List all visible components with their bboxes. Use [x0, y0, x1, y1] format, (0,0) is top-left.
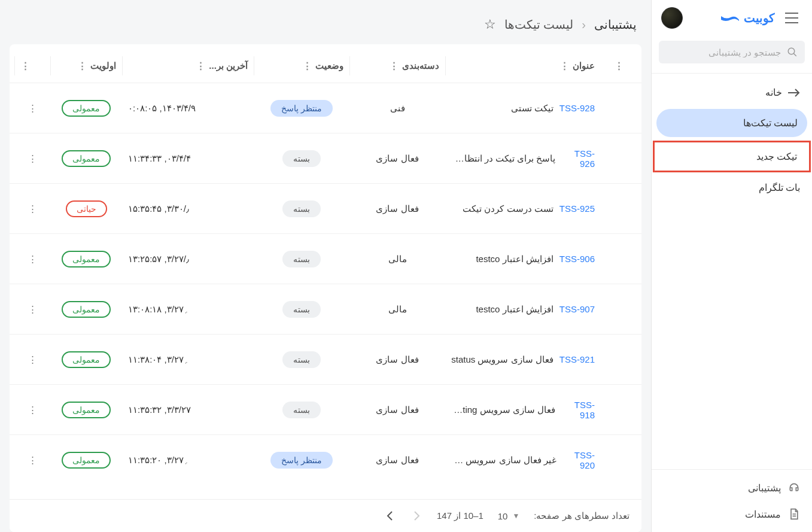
table-row[interactable]: TSS-907افزایش اعتبار testcoمالیبسته؍۳/۲۷…	[10, 284, 641, 334]
menu-button[interactable]	[781, 7, 802, 29]
ticket-category: فعال سازی	[376, 203, 418, 214]
ticket-category: فعال سازی	[376, 455, 418, 466]
pager-range: 1–10 از 147	[437, 510, 483, 521]
ticket-id[interactable]: TSS-906	[559, 254, 595, 264]
search-input[interactable]	[666, 47, 781, 57]
ticket-id[interactable]: TSS-925	[559, 203, 595, 214]
ticket-title: تیکت تستی	[511, 103, 554, 114]
avatar[interactable]	[661, 7, 683, 29]
status-badge: بسته	[282, 200, 321, 217]
status-badge: بسته	[282, 150, 321, 167]
breadcrumb: پشتیبانی ‹ لیست تیکت‌ها ☆	[10, 0, 641, 44]
ticket-title: غیر فعال سازی سرویس ting...	[451, 455, 556, 466]
row-menu-icon[interactable]: ⋮	[28, 103, 37, 114]
search-box[interactable]	[659, 41, 805, 63]
ticket-id[interactable]: TSS-907	[559, 304, 595, 314]
table-row[interactable]: TSS-906افزایش اعتبار testcoمالیبسته٫/۳/۲…	[10, 233, 641, 284]
ticket-updated: ۳/۳/۲۷, ۱۱:۳۵:۳۲	[128, 405, 191, 415]
page-size-selector[interactable]: ▼ 10	[498, 511, 520, 521]
nav-telegram-bot[interactable]: بات تلگرام	[652, 174, 812, 202]
ticket-updated: ؍۳/۲۷, ۱۱:۳۸:۰۴	[128, 354, 189, 365]
ticket-id[interactable]: TSS-926	[561, 148, 595, 169]
pager-next[interactable]	[384, 508, 396, 524]
nav-home-label: خانه	[765, 87, 782, 98]
dropdown-arrow-icon: ▼	[512, 512, 519, 520]
col-priority: اولویت	[90, 60, 116, 71]
nav-new-ticket[interactable]: تیکت جدید	[653, 141, 811, 172]
priority-badge: معمولی	[62, 150, 111, 167]
brand[interactable]: کوبیت	[689, 11, 775, 25]
ticket-id[interactable]: TSS-920	[562, 450, 595, 470]
priority-badge: حیاتی	[66, 200, 107, 217]
table-row[interactable]: TSS-920غیر فعال سازی سرویس ting...فعال س…	[10, 434, 641, 485]
nav-tickets-label: لیست تیکت‌ها	[743, 117, 798, 129]
footer-docs-label: مستندات	[745, 509, 781, 520]
search-icon	[787, 47, 798, 57]
chevron-left-icon: ‹	[582, 18, 586, 32]
table-row[interactable]: TSS-918فعال سازی سرویس unting...فعال ساز…	[10, 384, 641, 434]
column-menu-icon[interactable]: ⋮	[196, 60, 205, 71]
priority-badge: معمولی	[62, 301, 111, 318]
pager: 1–10 از 147 ▼ 10 تعداد سطرهای هر صفحه:	[10, 499, 641, 532]
table-body: TSS-928تیکت تستیفنیمنتظر پاسخ۱۴۰۳/۴/۹, ۰…	[10, 83, 641, 499]
status-badge: بسته	[282, 402, 321, 418]
column-menu-icon[interactable]: ⋮	[78, 60, 87, 71]
column-menu-icon[interactable]: ⋮	[615, 60, 624, 71]
row-menu-icon[interactable]: ⋮	[28, 455, 37, 466]
footer-docs[interactable]: مستندات	[652, 501, 812, 527]
column-menu-icon[interactable]: ⋮	[21, 60, 30, 71]
main: پشتیبانی ‹ لیست تیکت‌ها ☆ ⋮ عنوان⋮ دسته‌…	[0, 0, 651, 532]
ticket-category: فنی	[390, 103, 405, 114]
ticket-title: افزایش اعتبار testco	[476, 304, 553, 315]
ticket-category: فعال سازی	[376, 354, 418, 365]
row-menu-icon[interactable]: ⋮	[28, 254, 37, 265]
breadcrumb-root[interactable]: پشتیبانی	[594, 17, 637, 32]
row-menu-icon[interactable]: ⋮	[28, 153, 37, 164]
chevron-left-icon	[387, 510, 394, 521]
priority-badge: معمولی	[62, 251, 111, 267]
ticket-id[interactable]: TSS-928	[559, 103, 595, 113]
table-row[interactable]: TSS-925تست درست کردن تیکتفعال سازیبسته٫/…	[10, 183, 641, 233]
svg-point-0	[788, 48, 795, 54]
ticket-title: افزایش اعتبار testco	[476, 254, 553, 265]
column-menu-icon[interactable]: ⋮	[560, 60, 569, 71]
brand-name: کوبیت	[744, 11, 775, 25]
col-status: وضعیت	[315, 60, 343, 71]
ticket-updated: ؍۳/۲۷, ۱۳:۰۸:۱۸	[128, 304, 189, 315]
star-icon[interactable]: ☆	[484, 17, 496, 32]
nav-new-ticket-label: تیکت جدید	[756, 151, 797, 162]
row-menu-icon[interactable]: ⋮	[28, 304, 37, 315]
ticket-updated: ٫/۳/۲۷, ۱۳:۲۵:۵۷	[128, 254, 189, 265]
row-menu-icon[interactable]: ⋮	[28, 405, 37, 415]
ticket-title: فعال سازی سرویس unting...	[451, 405, 555, 415]
status-badge: منتظر پاسخ	[270, 452, 333, 469]
ticket-id[interactable]: TSS-918	[561, 400, 595, 420]
sidebar-footer: پشتیبانی مستندات	[652, 469, 812, 532]
ticket-category: مالی	[388, 304, 407, 315]
col-category: دسته‌بندی	[402, 60, 439, 71]
ticket-category: فعال سازی	[376, 405, 418, 415]
nav-home[interactable]: خانه	[652, 78, 812, 107]
row-menu-icon[interactable]: ⋮	[28, 354, 37, 365]
ticket-id[interactable]: TSS-921	[559, 354, 595, 364]
ticket-updated: ۱۴۰۳/۴/۹, ۰:۰۸:۰۵	[128, 103, 196, 114]
brand-wave-icon	[721, 14, 739, 22]
ticket-updated: ۰۳/۴/۴, ۱۱:۳۴:۳۳	[128, 153, 191, 164]
status-badge: بسته	[282, 251, 321, 267]
table-row[interactable]: TSS-921فعال سازی سرویس statusفعال سازیبس…	[10, 334, 641, 384]
page-size-value: 10	[498, 511, 508, 521]
table-row[interactable]: TSS-928تیکت تستیفنیمنتظر پاسخ۱۴۰۳/۴/۹, ۰…	[10, 83, 641, 133]
row-menu-icon[interactable]: ⋮	[28, 203, 37, 214]
nav-telegram-bot-label: بات تلگرام	[759, 182, 800, 193]
column-menu-icon[interactable]: ⋮	[303, 60, 312, 71]
col-updated: آخرین بر...	[209, 60, 248, 71]
nav-tickets[interactable]: لیست تیکت‌ها	[656, 109, 807, 137]
sidebar-header: کوبیت	[652, 0, 812, 36]
footer-support[interactable]: پشتیبانی	[652, 475, 812, 501]
status-badge: بسته	[282, 351, 321, 368]
pager-prev[interactable]	[410, 508, 422, 524]
ticket-category: مالی	[388, 254, 407, 265]
column-menu-icon[interactable]: ⋮	[390, 60, 399, 71]
ticket-title: تست درست کردن تیکت	[463, 203, 554, 214]
table-row[interactable]: TSS-926پاسخ برای تیکت در انتظار م...فعال…	[10, 133, 641, 183]
